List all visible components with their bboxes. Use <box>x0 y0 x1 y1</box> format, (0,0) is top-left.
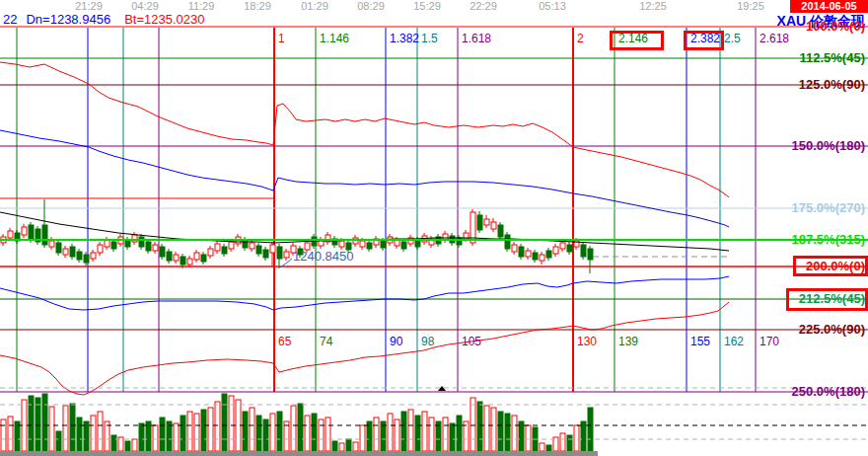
indicator-legend: 22Dn=1238.9456Bt=1235.0230 <box>3 13 204 26</box>
volume-bar <box>42 394 47 451</box>
candle-body <box>415 240 420 247</box>
bar-count-label: 98 <box>421 336 434 347</box>
candle-body <box>567 245 572 252</box>
candle-body <box>519 247 524 257</box>
volume-bar <box>526 425 531 451</box>
price-chart-canvas[interactable] <box>0 0 868 456</box>
volume-bar <box>353 442 358 451</box>
trading-chart-window: 2014-06-05 22Dn=1238.9456Bt=1235.0230 XA… <box>0 0 868 456</box>
volume-bar <box>470 398 475 451</box>
volume-bar <box>505 414 510 451</box>
fib-ratio-label: 2.5 <box>724 33 741 44</box>
fib-ratio-label: 1.382 <box>390 33 419 44</box>
candle-body <box>153 245 158 251</box>
volume-bar <box>1 419 6 451</box>
volume-bar <box>574 425 579 451</box>
legend-bt-value: Bt=1235.0230 <box>124 12 204 27</box>
candle-body <box>98 245 103 253</box>
time-axis-label: 19:25 <box>721 1 780 12</box>
candle-body <box>29 225 34 240</box>
volume-bar <box>153 425 158 451</box>
candle-body <box>498 225 503 237</box>
volume-bar <box>395 419 399 451</box>
volume-bar <box>250 408 254 451</box>
volume-bar <box>263 419 268 451</box>
volume-bar <box>360 425 365 451</box>
candle-body <box>181 257 185 265</box>
candle-body <box>367 243 372 249</box>
time-axis-label: 08:29 <box>341 1 400 12</box>
volume-bar <box>567 435 572 451</box>
candle-body <box>484 219 489 225</box>
price-annotation: 1240.8450 <box>293 250 353 263</box>
time-axis-label: 01:29 <box>285 1 344 12</box>
volume-bar <box>49 407 54 451</box>
volume-bar <box>77 418 82 451</box>
fib-ratio-label: 2 <box>577 33 584 44</box>
fib-ratio-label: 1 <box>278 33 285 44</box>
candle-body <box>270 245 275 253</box>
volume-bar <box>401 412 406 451</box>
volume-bar <box>560 433 565 451</box>
fib-ratio-label: 1.146 <box>320 33 349 44</box>
candle-body <box>339 241 344 247</box>
volume-bar <box>201 410 206 451</box>
volume-bar <box>139 423 144 451</box>
candle-body <box>250 243 254 249</box>
volume-bar <box>298 404 303 451</box>
fib-percent-label: 125.0%(90) <box>799 78 865 91</box>
bar-count-label: 105 <box>462 336 481 347</box>
candle-body <box>243 240 248 248</box>
candle-body <box>146 242 151 251</box>
time-axis-label: 18:29 <box>228 1 287 12</box>
candle-body <box>256 246 261 254</box>
volume-bar <box>208 408 213 451</box>
volume-bar <box>477 402 482 451</box>
volume-bar <box>229 396 234 451</box>
bar-count-label: 130 <box>577 336 597 347</box>
fib-percent-label: 250.0%(180) <box>792 385 865 398</box>
candle-body <box>560 243 565 249</box>
candle-body <box>160 247 165 257</box>
candle-body <box>360 241 365 247</box>
candle-body <box>263 250 268 258</box>
volume-bar <box>63 406 68 451</box>
fib-ratio-label: 1.5 <box>421 33 438 44</box>
volume-bar <box>429 418 434 451</box>
volume-bar <box>215 402 220 451</box>
volume-bar <box>457 416 462 451</box>
lower-band-red <box>0 302 729 395</box>
candle-body <box>533 253 538 260</box>
candle-body <box>139 237 144 247</box>
legend-dn-value: Dn=1238.9456 <box>26 12 110 27</box>
candle-body <box>77 252 82 260</box>
volume-bar <box>160 418 165 451</box>
volume-bar <box>346 439 351 451</box>
volume-bar <box>8 417 13 451</box>
candle-body <box>125 240 130 247</box>
volume-bar <box>588 408 593 451</box>
bar-count-label: 65 <box>278 336 291 347</box>
volume-bar <box>388 414 393 451</box>
fib-percent-label: 100.0%(0) <box>806 20 865 33</box>
candle-body <box>222 247 227 254</box>
candle-body <box>381 241 386 248</box>
fib-percent-label: 187.5%(315) <box>792 233 865 246</box>
volume-bar <box>256 416 261 451</box>
candle-body <box>215 244 220 251</box>
volume-bar <box>422 412 427 451</box>
candle-body <box>588 249 593 260</box>
volume-bar <box>332 441 337 451</box>
scrollbar[interactable] <box>0 451 598 456</box>
time-axis-label: 21:29 <box>59 1 118 12</box>
volume-bar <box>98 412 103 451</box>
volume-bar <box>415 416 420 451</box>
volume-bar <box>91 416 96 451</box>
volume-bar <box>374 418 379 451</box>
volume-bar <box>277 412 282 451</box>
volume-bar <box>70 404 75 451</box>
upper-band-red <box>0 62 729 197</box>
candle-body <box>512 245 517 252</box>
candle-body <box>42 225 47 245</box>
volume-bar <box>187 412 192 451</box>
